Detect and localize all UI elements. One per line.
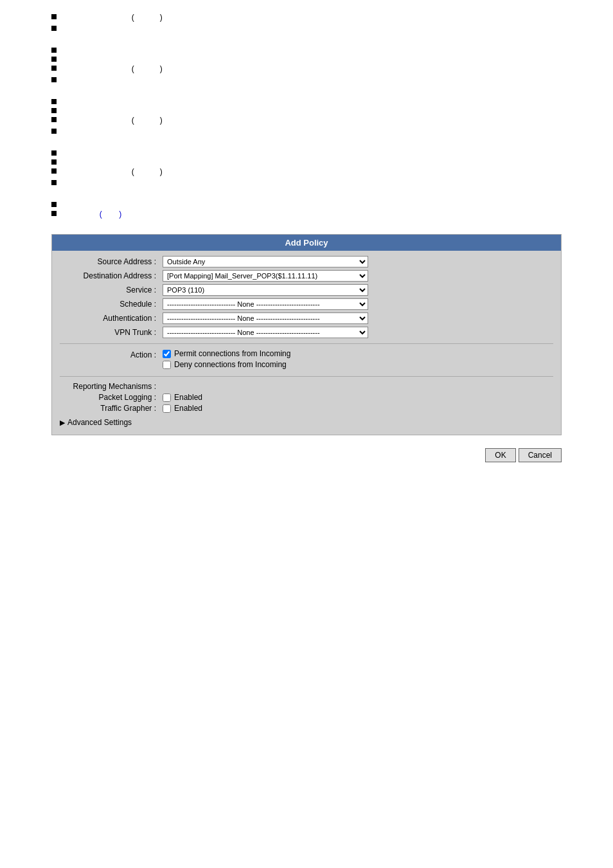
service-row: Service : POP3 (110): [60, 284, 553, 296]
bullet-icon: [51, 99, 57, 104]
bullet-item: [51, 149, 562, 156]
authentication-control[interactable]: ----------------------------- None -----…: [163, 312, 368, 324]
service-select[interactable]: POP3 (110): [163, 284, 368, 296]
bottom-buttons: OK Cancel: [51, 448, 562, 462]
schedule-control[interactable]: ----------------------------- None -----…: [163, 298, 368, 310]
packet-logging-row: Packet Logging : Enabled: [60, 393, 553, 402]
authentication-select[interactable]: ----------------------------- None -----…: [163, 312, 368, 324]
bullet-item: [51, 98, 562, 104]
bullet-item: [51, 24, 562, 31]
bullet-item: [51, 158, 562, 165]
packet-logging-check[interactable]: Enabled: [163, 393, 202, 402]
source-address-label: Source Address :: [60, 257, 163, 266]
schedule-row: Schedule : -----------------------------…: [60, 298, 553, 310]
vpn-trunk-select[interactable]: ----------------------------- None -----…: [163, 327, 368, 338]
vpn-trunk-label: VPN Trunk :: [60, 328, 163, 337]
vpn-trunk-control[interactable]: ----------------------------- None -----…: [163, 327, 368, 338]
action-label: Action :: [60, 349, 163, 359]
bullet-icon: [51, 129, 57, 134]
action-permit[interactable]: Permit connections from Incoming: [163, 349, 290, 358]
form-header: Add Policy: [52, 235, 561, 251]
bullet-icon: [51, 211, 57, 216]
schedule-label: Schedule :: [60, 300, 163, 309]
bullet-icon: [51, 14, 57, 19]
bullet-item: ( ): [51, 167, 562, 176]
action-deny[interactable]: Deny connections from Incoming: [163, 360, 290, 369]
destination-address-select[interactable]: [Port Mapping] Mail_Server_POP3($1.11.11…: [163, 270, 368, 282]
divider-1: [60, 343, 553, 344]
traffic-grapher-label: Traffic Grapher :: [60, 404, 163, 413]
vpn-trunk-row: VPN Trunk : ----------------------------…: [60, 327, 553, 338]
bullet-item: ( ): [51, 210, 562, 219]
advanced-settings-toggle[interactable]: ▶ Advanced Settings: [60, 418, 553, 427]
bullet-item: [51, 179, 562, 185]
traffic-grapher-row: Traffic Grapher : Enabled: [60, 404, 553, 413]
ok-button[interactable]: OK: [485, 448, 515, 462]
bullet-text: ( ): [63, 167, 163, 176]
bullet-text: ( ): [63, 13, 163, 22]
reporting-title-label: Reporting Mechanisms :: [60, 382, 163, 391]
bullet-icon: [51, 180, 57, 185]
bullet-icon: [51, 108, 57, 113]
packet-logging-enabled-label: Enabled: [174, 393, 202, 402]
deny-label: Deny connections from Incoming: [174, 360, 287, 369]
destination-address-row: Destination Address : [Port Mapping] Mai…: [60, 270, 553, 282]
permit-checkbox[interactable]: [163, 350, 171, 358]
advanced-settings-label: Advanced Settings: [67, 418, 132, 427]
bullet-item: [51, 76, 562, 82]
authentication-label: Authentication :: [60, 314, 163, 323]
bullet-icon: [51, 202, 57, 207]
advanced-settings-icon: ▶: [60, 419, 65, 427]
bullet-text: ( ): [63, 116, 163, 125]
bullet-icon: [51, 77, 57, 82]
bullet-icon: [51, 168, 57, 174]
tone-text: ( ): [63, 210, 121, 219]
cancel-button[interactable]: Cancel: [519, 448, 562, 462]
bullet-icon: [51, 26, 57, 31]
bullet-section-1: ( ): [51, 13, 562, 31]
add-policy-form: Add Policy Source Address : Outside Any …: [51, 234, 562, 435]
action-options: Permit connections from Incoming Deny co…: [163, 349, 290, 371]
bullet-item: [51, 55, 562, 62]
traffic-grapher-check[interactable]: Enabled: [163, 404, 202, 413]
bullet-item: [51, 107, 562, 113]
action-section: Action : Permit connections from Incomin…: [60, 349, 553, 371]
source-address-select[interactable]: Outside Any: [163, 256, 368, 267]
bullet-icon: [51, 57, 57, 62]
deny-checkbox[interactable]: [163, 361, 171, 369]
bullet-item: [51, 127, 562, 134]
permit-label: Permit connections from Incoming: [174, 349, 290, 358]
reporting-title-row: Reporting Mechanisms :: [60, 382, 553, 391]
bullet-icon: [51, 117, 57, 122]
form-body: Source Address : Outside Any Destination…: [52, 251, 561, 435]
divider-2: [60, 376, 553, 377]
bullet-item: ( ): [51, 13, 562, 22]
source-address-row: Source Address : Outside Any: [60, 256, 553, 267]
bullet-item: [51, 201, 562, 207]
bullet-section-2: ( ): [51, 46, 562, 82]
source-address-control[interactable]: Outside Any: [163, 256, 368, 267]
schedule-select[interactable]: ----------------------------- None -----…: [163, 298, 368, 310]
bullet-item: [51, 46, 562, 53]
destination-address-label: Destination Address :: [60, 271, 163, 280]
bullet-text: ( ): [63, 64, 163, 73]
packet-logging-checkbox[interactable]: [163, 393, 171, 402]
page-wrapper: ( ) ( ): [0, 0, 613, 475]
bullet-section-4: ( ): [51, 149, 562, 185]
bullet-icon: [51, 48, 57, 53]
packet-logging-label: Packet Logging :: [60, 393, 163, 402]
service-control[interactable]: POP3 (110): [163, 284, 368, 296]
bullet-item: ( ): [51, 116, 562, 125]
bullet-icon: [51, 66, 57, 71]
bullet-icon: [51, 159, 57, 165]
authentication-row: Authentication : -----------------------…: [60, 312, 553, 324]
traffic-grapher-checkbox[interactable]: [163, 404, 171, 413]
bullet-item: ( ): [51, 64, 562, 73]
service-label: Service :: [60, 285, 163, 294]
traffic-grapher-enabled-label: Enabled: [174, 404, 202, 413]
bullet-section-3: ( ): [51, 98, 562, 134]
bullet-section-5: ( ): [51, 201, 562, 219]
reporting-section: Reporting Mechanisms : Packet Logging : …: [60, 382, 553, 413]
destination-address-control[interactable]: [Port Mapping] Mail_Server_POP3($1.11.11…: [163, 270, 368, 282]
bullet-icon: [51, 150, 57, 156]
